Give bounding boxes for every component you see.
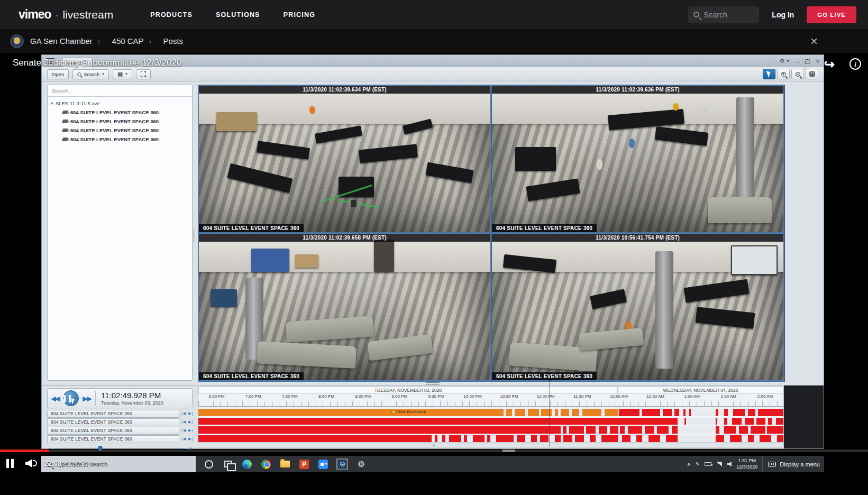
edge-browser-icon[interactable] bbox=[241, 459, 253, 470]
tree-expand-icon[interactable]: ▾ bbox=[51, 101, 53, 106]
timeline-bar-segment bbox=[732, 418, 742, 425]
nav-link-solutions[interactable]: SOLUTIONS bbox=[216, 11, 260, 19]
info-icon[interactable]: i bbox=[849, 58, 861, 70]
gear-caret-icon[interactable]: ▾ bbox=[787, 59, 789, 63]
share-icon[interactable]: ↪ bbox=[824, 57, 835, 72]
video-progress-bar[interactable] bbox=[0, 450, 868, 452]
zoom-in-tool-button[interactable]: + bbox=[777, 69, 790, 79]
timeline-bar-segment bbox=[724, 418, 727, 425]
skip-next-icon[interactable]: ▶| bbox=[188, 411, 193, 416]
timeline-bar-segment bbox=[666, 435, 678, 443]
camera-view-3[interactable]: 11/3/2020 11:02:39.658 PM (EST) 604 SUIT… bbox=[198, 233, 491, 381]
timeline-scrollbar[interactable]: ◂ bbox=[198, 442, 783, 447]
select-tool-button[interactable] bbox=[763, 69, 775, 79]
go-live-button[interactable]: GO LIVE bbox=[807, 6, 856, 23]
breadcrumb-event[interactable]: 450 CAP bbox=[112, 36, 144, 45]
timeline-bar-segment bbox=[674, 409, 679, 416]
skip-prev-icon[interactable]: |◀ bbox=[181, 420, 186, 424]
close-icon[interactable]: × bbox=[810, 35, 818, 48]
nav-link-products[interactable]: PRODUCTS bbox=[150, 11, 193, 19]
zoom-app-icon[interactable] bbox=[317, 459, 329, 470]
vimeo-livestream-logo[interactable]: vimeo · livestream bbox=[19, 7, 113, 22]
open-button[interactable]: Open bbox=[47, 69, 69, 79]
timeline-bar-segment bbox=[663, 409, 672, 416]
settings-gear-icon[interactable]: ⚙ bbox=[780, 58, 785, 65]
skip-next-icon[interactable]: ▶| bbox=[188, 437, 193, 441]
task-view-icon[interactable] bbox=[222, 459, 234, 470]
timeline-bar-segment bbox=[672, 426, 678, 434]
camera-row-button[interactable]: 604 SUITE LEVEL EVENT SPACE 360 bbox=[47, 427, 179, 435]
timeline-tick-label: 9:30 PM bbox=[428, 394, 444, 399]
timeline-bar-segment bbox=[575, 435, 584, 443]
cortana-icon[interactable] bbox=[203, 459, 215, 470]
camera-row-button[interactable]: 604 SUITE LEVEL EVENT SPACE 360 bbox=[47, 435, 179, 443]
like-heart-icon[interactable]: ♡ bbox=[799, 56, 811, 72]
powerpoint-icon[interactable]: P bbox=[298, 459, 310, 470]
layout-grid-button[interactable]: ▦ ▾ bbox=[113, 69, 132, 79]
camera-view-1[interactable]: 11/3/2020 11:02:39.634 PM (EST) 604 SUIT… bbox=[198, 85, 491, 233]
camera-view-2[interactable]: 11/3/2020 11:02:39.636 PM (EST) 604 SUIT… bbox=[491, 85, 784, 233]
minimize-icon[interactable]: – bbox=[795, 58, 798, 65]
window-close-icon[interactable]: × bbox=[816, 58, 819, 65]
skip-next-icon[interactable]: ▶| bbox=[188, 428, 193, 433]
timeline-playhead[interactable] bbox=[550, 379, 551, 447]
search-dropdown-button[interactable]: Search ▾ bbox=[72, 69, 109, 79]
search-input[interactable]: Search bbox=[688, 6, 759, 23]
timeline-bar-segment bbox=[555, 409, 559, 416]
fast-forward-button[interactable]: ▶▶ bbox=[83, 395, 91, 402]
battery-icon[interactable] bbox=[705, 462, 711, 466]
panel-resize-handle[interactable] bbox=[194, 228, 196, 242]
player-volume-button[interactable] bbox=[25, 459, 32, 468]
rewind-button[interactable]: ◀◀ bbox=[51, 395, 59, 402]
skip-prev-icon[interactable]: |◀ bbox=[181, 428, 186, 433]
chrome-browser-icon[interactable] bbox=[260, 459, 272, 470]
login-link[interactable]: Log In bbox=[772, 11, 794, 19]
fullscreen-button[interactable] bbox=[136, 69, 151, 79]
timeline-bar-row[interactable]: New Bookmark bbox=[198, 409, 783, 417]
pen-icon[interactable]: ✎ bbox=[696, 461, 700, 467]
timeline-bar-row[interactable] bbox=[198, 426, 783, 434]
playback-panel: ◀◀ ▶▶ 11:02:49.928 PM Tuesday, November … bbox=[42, 385, 824, 448]
camera-scene bbox=[199, 86, 490, 232]
timeline-bar-row[interactable] bbox=[198, 435, 783, 443]
camera-row-button[interactable]: 604 SUITE LEVEL EVENT SPACE 360 bbox=[47, 410, 179, 418]
volume-icon[interactable] bbox=[727, 462, 732, 466]
timeline[interactable]: TUESDAY, NOVEMBER 03, 2020 WEDNESDAY, NO… bbox=[198, 387, 784, 447]
timeline-bar-segment bbox=[628, 426, 643, 434]
tree-camera-item[interactable]: 604 SUITE LEVEL EVENT SPACE 360 bbox=[62, 127, 189, 133]
timeline-date-wednesday: WEDNESDAY, NOVEMBER 04, 2020 bbox=[618, 387, 783, 394]
pause-button[interactable] bbox=[63, 390, 79, 406]
display-menu-button[interactable]: Display a menu bbox=[762, 456, 820, 472]
livestream-logo-text: livestream bbox=[62, 8, 113, 21]
zoom-slider-track[interactable] bbox=[54, 448, 185, 449]
timeline-bars: New Bookmark bbox=[198, 409, 783, 442]
camera-view-4[interactable]: 11/3/2020 10:56:41.754 PM (EST) 604 SUIT… bbox=[491, 233, 784, 381]
timeline-bar-row[interactable] bbox=[198, 418, 783, 426]
timeline-bar-segment bbox=[569, 426, 584, 434]
tree-root-node[interactable]: ▾ SLES 11.3-11.5.ave bbox=[51, 100, 189, 106]
network-icon[interactable] bbox=[716, 462, 722, 466]
channel-avatar[interactable] bbox=[10, 34, 24, 48]
breadcrumb-channel[interactable]: GA Sen Chamber bbox=[30, 36, 93, 45]
breadcrumb-posts[interactable]: Posts bbox=[163, 36, 184, 45]
skip-next-icon[interactable]: ▶| bbox=[188, 420, 193, 424]
player-pause-button[interactable] bbox=[6, 459, 16, 469]
nav-link-pricing[interactable]: PRICING bbox=[284, 11, 316, 19]
tray-expand-caret-icon[interactable]: ∧ bbox=[687, 461, 690, 467]
taskbar-clock[interactable]: 1:31 PM 12/3/2020 bbox=[736, 458, 757, 470]
video-player[interactable]: Senate Judiciary Subcommittee 12/3/2020 … bbox=[0, 53, 868, 495]
tree-search-input[interactable]: Search... bbox=[48, 85, 192, 97]
media-player-icon-active[interactable] bbox=[336, 459, 348, 470]
skip-prev-icon[interactable]: |◀ bbox=[181, 411, 186, 416]
scrollbar-arrow-icon[interactable]: ◂ bbox=[432, 443, 434, 447]
new-bookmark-label[interactable]: New Bookmark bbox=[391, 409, 426, 414]
player-current-time: 22:08 bbox=[44, 460, 61, 468]
tree-camera-item[interactable]: 604 SUITE LEVEL EVENT SPACE 360 bbox=[62, 118, 189, 124]
camera-tree-panel: Search... ▾ SLES 11.3-11.5.ave 604 SUITE… bbox=[47, 85, 193, 381]
skip-prev-icon[interactable]: |◀ bbox=[181, 437, 186, 441]
tree-camera-item[interactable]: 604 SUITE LEVEL EVENT SPACE 360 bbox=[62, 109, 189, 115]
tree-camera-item[interactable]: 604 SUITE LEVEL EVENT SPACE 360 bbox=[62, 136, 189, 142]
file-explorer-icon[interactable] bbox=[279, 459, 291, 470]
camera-row-button[interactable]: 604 SUITE LEVEL EVENT SPACE 360 bbox=[47, 418, 179, 426]
settings-gear-icon[interactable]: ⚙ bbox=[355, 459, 367, 470]
